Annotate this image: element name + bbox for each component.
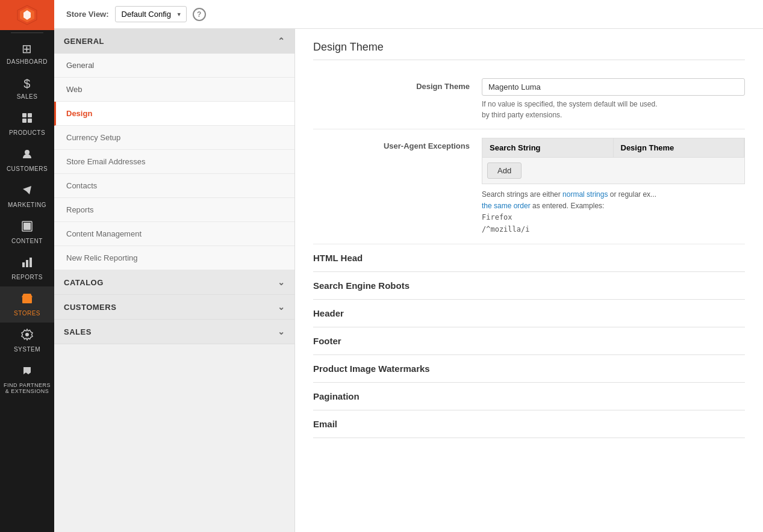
left-panel: GENERAL ⌃ General Web Design Currency Se… [54,29,295,532]
design-theme-input[interactable] [482,78,745,96]
search-engine-robots-section: Search Engine Robots [313,272,745,300]
main-area: Store View: Default Config ? GENERAL ⌃ G… [54,0,763,532]
search-engine-robots-label: Search Engine Robots [313,280,410,291]
general-section-items: General Web Design Currency Setup Store … [54,54,294,270]
product-image-watermarks-header[interactable]: Product Image Watermarks [313,355,745,382]
svg-rect-9 [30,258,32,267]
sidebar-item-label: SYSTEM [14,346,40,353]
menu-item-web[interactable]: Web [54,78,294,102]
normal-strings-link[interactable]: normal strings [562,190,608,199]
menu-item-store-email[interactable]: Store Email Addresses [54,150,294,174]
section-label: CUSTOMERS [64,303,116,312]
add-button[interactable]: Add [487,162,522,179]
section-customers-header[interactable]: CUSTOMERS ⌄ [54,295,294,320]
sidebar-item-system[interactable]: SYSTEM [0,323,54,359]
section-label: CATALOG [64,278,104,287]
menu-item-general[interactable]: General [54,54,294,78]
section-sales-header[interactable]: SALES ⌄ [54,320,294,344]
menu-item-content-management[interactable]: Content Management [54,222,294,246]
design-theme-hint: If no value is specified, the system def… [482,99,745,120]
system-icon [21,329,33,344]
html-head-label: HTML Head [313,253,363,263]
design-theme-title: Design Theme [313,41,745,60]
stores-icon [21,292,33,308]
sidebar-item-label: DASHBOARD [7,58,48,65]
products-icon [21,112,33,127]
sidebar-item-products[interactable]: PRODUCTS [0,106,54,142]
user-agent-label: User-Agent Exceptions [313,138,482,150]
svg-rect-0 [22,113,26,117]
store-view-label: Store View: [66,10,109,19]
dashboard-icon: ⊞ [22,42,33,56]
header-header[interactable]: Header [313,300,745,327]
sidebar-item-label: SALES [17,93,38,100]
customers-icon [21,148,33,163]
sidebar-item-customers[interactable]: CUSTOMERS [0,142,54,178]
chevron-down-icon: ⌄ [278,302,285,312]
footer-section: Footer [313,327,745,355]
svg-rect-11 [25,300,29,303]
svg-rect-1 [28,113,32,117]
sales-icon: $ [23,77,31,91]
marketing-icon [21,184,33,199]
section-label: SALES [64,327,92,336]
footer-header[interactable]: Footer [313,327,745,354]
search-engine-robots-header[interactable]: Search Engine Robots [313,272,745,299]
sidebar-item-label: PRODUCTS [9,129,45,136]
menu-item-design[interactable]: Design [54,102,294,126]
menu-item-reports[interactable]: Reports [54,198,294,222]
sidebar-item-find-partners[interactable]: FIND PARTNERS & EXTENSIONS [0,359,54,400]
sidebar-item-reports[interactable]: REPORTS [0,250,54,286]
sidebar-item-label: CONTENT [11,238,43,244]
pagination-header[interactable]: Pagination [313,383,745,410]
sidebar-item-label: FIND PARTNERS & EXTENSIONS [2,382,52,394]
design-theme-label: Design Theme [313,78,482,91]
user-agent-table: Search String Design Theme Add [482,138,745,184]
sidebar-logo [0,0,54,30]
html-head-header[interactable]: HTML Head [313,244,745,271]
store-view-select[interactable]: Default Config [115,6,187,22]
section-catalog-header[interactable]: CATALOG ⌄ [54,270,294,295]
header-section: Header [313,300,745,327]
store-view-selector[interactable]: Default Config [115,6,187,22]
help-icon[interactable]: ? [193,8,206,21]
svg-rect-8 [26,260,28,267]
chevron-up-icon: ⌃ [278,36,285,46]
sidebar-item-marketing[interactable]: MARKETING [0,178,54,214]
footer-label: Footer [313,336,341,346]
pagination-label: Pagination [313,391,360,401]
sidebar-item-dashboard[interactable]: ⊞ DASHBOARD [0,36,54,71]
menu-item-currency-setup[interactable]: Currency Setup [54,126,294,150]
same-order-link[interactable]: the same order [482,202,531,210]
svg-rect-6 [23,223,31,230]
email-label: Email [313,419,337,429]
sidebar-item-content[interactable]: CONTENT [0,214,54,250]
design-theme-row: Design Theme If no value is specified, t… [313,70,745,129]
section-general-header[interactable]: GENERAL ⌃ [54,29,294,54]
content-icon [21,220,33,235]
sidebar-item-label: MARKETING [8,202,46,208]
menu-item-contacts[interactable]: Contacts [54,174,294,198]
sidebar-item-stores[interactable]: STORES [0,286,54,323]
pagination-section: Pagination [313,383,745,410]
right-panel: Design Theme Design Theme If no value is… [295,29,763,532]
ua-header-design-theme: Design Theme [614,138,745,157]
user-agent-value: Search String Design Theme Add Search st… [482,138,745,235]
find-partners-icon [21,365,33,380]
ua-hint: Search strings are either normal strings… [482,189,745,235]
svg-point-4 [25,150,30,155]
sidebar-item-sales[interactable]: $ SALES [0,71,54,106]
menu-item-new-relic[interactable]: New Relic Reporting [54,246,294,270]
product-image-watermarks-label: Product Image Watermarks [313,363,430,374]
ua-table-body: Add [482,158,744,184]
ua-table-header: Search String Design Theme [482,138,744,158]
svg-rect-7 [22,262,25,267]
sidebar-divider [11,32,43,33]
ua-header-search-string: Search String [482,138,614,157]
reports-icon [21,256,33,271]
header-label: Header [313,308,344,318]
topbar: Store View: Default Config ? [54,0,763,29]
ua-example-firefox: Firefox [482,212,745,223]
email-header[interactable]: Email [313,410,745,438]
chevron-down-icon: ⌄ [278,277,285,287]
